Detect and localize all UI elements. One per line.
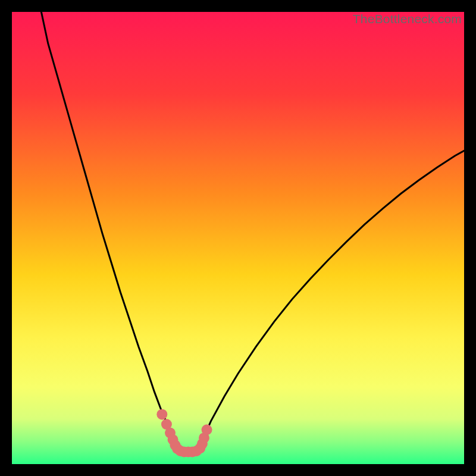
gradient-background bbox=[12, 12, 464, 464]
bottleneck-chart bbox=[12, 12, 464, 464]
marker-point bbox=[156, 409, 167, 419]
watermark-text: TheBottleneck.com bbox=[353, 12, 462, 26]
marker-point bbox=[202, 424, 212, 435]
chart-frame: TheBottleneck.com bbox=[12, 12, 464, 464]
